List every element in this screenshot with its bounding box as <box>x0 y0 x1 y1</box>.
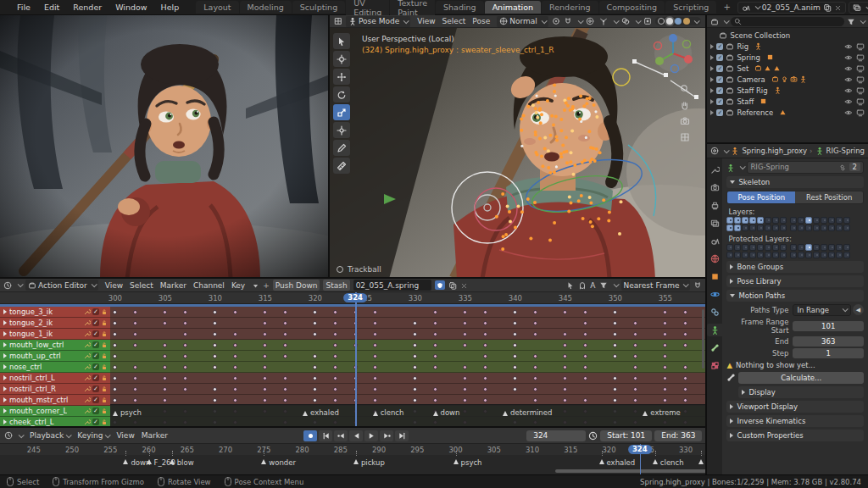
tool-annotate-button[interactable] <box>333 140 350 156</box>
marker-pickup[interactable]: pickup <box>353 456 385 467</box>
layer-14[interactable] <box>828 217 835 224</box>
keyframe[interactable] <box>613 332 617 336</box>
keyframe[interactable] <box>463 376 467 380</box>
properties-tab-bone[interactable] <box>707 341 722 354</box>
tool-measure-button[interactable] <box>333 158 350 174</box>
keyframe[interactable] <box>213 332 217 336</box>
dopesheet-menu-marker[interactable]: Marker <box>157 281 190 290</box>
protected-layer-3[interactable] <box>742 252 748 258</box>
next-key-button[interactable] <box>380 430 393 441</box>
keyframe[interactable] <box>433 354 437 358</box>
protected-layer-8[interactable] <box>780 244 787 251</box>
keyframe[interactable] <box>213 310 217 314</box>
tool-transform-button[interactable] <box>333 122 350 138</box>
workspace-tab-animation[interactable]: Animation <box>485 1 541 14</box>
keyframe[interactable] <box>183 354 187 358</box>
keyframe[interactable] <box>263 310 267 314</box>
keyframe[interactable] <box>283 387 287 391</box>
layer-16[interactable] <box>843 217 850 224</box>
outliner-item-rig[interactable]: ✓ Rig <box>707 41 868 52</box>
channel-mouth_mstr_ctrl[interactable]: mouth_mstr_ctrl ✓ <box>0 395 110 406</box>
keyframe[interactable] <box>163 343 167 347</box>
keyframe[interactable] <box>313 332 317 336</box>
keyframe[interactable] <box>533 387 537 391</box>
layer-3[interactable] <box>742 217 748 224</box>
new-scene-icon[interactable] <box>823 3 832 12</box>
keyframe[interactable] <box>213 321 217 325</box>
marker-down[interactable]: down <box>698 456 705 467</box>
expand-icon[interactable] <box>3 397 7 402</box>
workspace-tab-modeling[interactable]: Modeling <box>240 1 292 14</box>
layer-13[interactable] <box>821 225 827 231</box>
outliner-item-set[interactable]: ✓ Set <box>707 63 868 74</box>
number-field[interactable]: 1 <box>793 348 864 358</box>
current-frame-badge[interactable]: 324 <box>628 445 652 454</box>
keyframe[interactable] <box>663 310 667 314</box>
keyframe[interactable] <box>533 310 537 314</box>
workspace-tab-shading[interactable]: Shading <box>436 1 484 14</box>
view-layer-selector[interactable]: View Layer <box>849 2 868 14</box>
keyframe[interactable] <box>113 343 117 347</box>
keyframe[interactable] <box>583 310 587 314</box>
keyframe[interactable] <box>613 343 617 347</box>
layer-1[interactable] <box>726 217 733 224</box>
keyframe[interactable] <box>463 387 467 391</box>
protected-layer-16[interactable] <box>843 252 850 258</box>
pose-position-button[interactable]: Pose Position <box>727 191 795 203</box>
keyframe[interactable] <box>613 310 617 314</box>
auto-keying-button[interactable] <box>303 430 317 441</box>
keyframe[interactable] <box>373 321 377 325</box>
keyframe[interactable] <box>563 387 567 391</box>
expand-icon[interactable] <box>3 342 7 347</box>
tool-cursor3d-button[interactable] <box>333 51 350 67</box>
protected-layer-15[interactable] <box>836 252 843 258</box>
filter-icon[interactable] <box>847 17 855 26</box>
keyframe[interactable] <box>183 321 187 325</box>
outliner-item-camera[interactable]: ✓ Camera <box>707 74 868 85</box>
protected-layer-5[interactable] <box>757 244 764 251</box>
marker-extreme[interactable]: extreme <box>643 407 681 417</box>
number-field[interactable]: 101 <box>793 321 864 331</box>
protected-layer-4[interactable] <box>749 252 756 258</box>
keyframe[interactable] <box>663 398 667 402</box>
marker-determined[interactable]: determined <box>503 407 552 417</box>
paths-type-dropdown[interactable]: In Range <box>793 304 851 316</box>
channel-enable-checkbox[interactable]: ✓ <box>92 408 99 414</box>
keyframe[interactable] <box>373 387 377 391</box>
prev-key-button[interactable] <box>334 430 348 441</box>
dopesheet-menu-select[interactable]: Select <box>126 281 157 290</box>
expand-icon[interactable] <box>3 419 7 424</box>
keyframe[interactable] <box>433 321 437 325</box>
keyframe[interactable] <box>463 332 467 336</box>
keyframe[interactable] <box>133 387 137 391</box>
protected-layer-8[interactable] <box>780 252 787 258</box>
protected-layer-2[interactable] <box>734 244 741 251</box>
action-dropdown-icon[interactable] <box>252 281 259 290</box>
keyframe[interactable] <box>313 321 317 325</box>
expand-icon[interactable] <box>710 77 714 82</box>
protected-layer-1[interactable] <box>726 244 733 251</box>
keyframe[interactable] <box>333 332 337 336</box>
workspace-tab-layout[interactable]: Layout <box>196 1 238 14</box>
keyframe[interactable] <box>483 365 487 369</box>
selectability-checkbox[interactable]: ✓ <box>716 76 723 83</box>
keyframe[interactable] <box>333 365 337 369</box>
keyframe[interactable] <box>483 354 487 358</box>
rest-position-button[interactable]: Rest Position <box>795 191 863 203</box>
keyframe-row-tongue_1_ik[interactable] <box>110 329 705 340</box>
expand-icon[interactable] <box>3 320 7 325</box>
layer-2[interactable] <box>734 217 741 224</box>
use-preview-range-icon[interactable] <box>588 431 598 441</box>
expand-icon[interactable] <box>3 353 7 358</box>
layer-7[interactable] <box>772 225 779 231</box>
properties-tab-render[interactable] <box>707 181 722 194</box>
protected-layer-2[interactable] <box>734 252 741 258</box>
keyframe[interactable] <box>513 365 517 369</box>
keyframe[interactable] <box>133 332 137 336</box>
keyframe[interactable] <box>533 332 537 336</box>
keyframe-row-tongue_2_ik[interactable] <box>110 318 705 329</box>
keyframe[interactable] <box>283 310 287 314</box>
keyframe-row-mouth_up_ctrl[interactable] <box>110 351 705 362</box>
keyframe[interactable] <box>183 376 187 380</box>
layer-4[interactable] <box>749 217 756 224</box>
